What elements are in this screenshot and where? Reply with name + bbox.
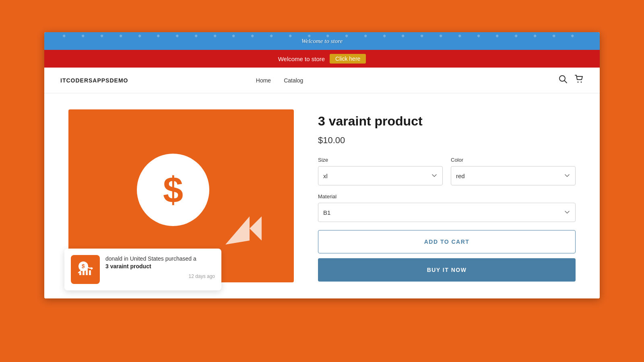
dollar-sign-icon: $ (163, 172, 183, 208)
svg-point-3 (580, 82, 582, 83)
snow-banner-text: Welcome to store (301, 38, 343, 45)
search-icon[interactable] (559, 75, 568, 86)
color-group: Color red blue green black white (451, 157, 576, 185)
promo-bar-text: Welcome to store (278, 56, 325, 62)
navigation: ITCODERSAPPSDEMO Home Catalog (44, 68, 600, 93)
notif-icon-box: $ (71, 255, 100, 284)
sales-chart-icon: $ (77, 261, 94, 279)
material-label: Material (318, 193, 576, 200)
dollar-circle: $ (137, 154, 209, 226)
size-group: Size xl xs s m l xxl (318, 157, 443, 185)
product-title: 3 varaint product (318, 113, 576, 129)
svg-line-1 (564, 81, 567, 83)
svg-rect-9 (89, 270, 91, 275)
material-group: Material B1 B2 B3 (318, 193, 576, 222)
color-select[interactable]: red blue green black white (451, 166, 576, 185)
site-logo[interactable]: ITCODERSAPPSDEMO (60, 77, 128, 84)
notif-time: 12 days ago (105, 274, 215, 279)
add-to-cart-button[interactable]: ADD TO CART (318, 230, 576, 253)
notif-content: donald in United States purchased a 3 va… (105, 255, 215, 279)
size-select[interactable]: xl xs s m l xxl (318, 166, 443, 185)
material-select[interactable]: B1 B2 B3 (318, 203, 576, 222)
notification-popup: $ donald in United States pu (64, 249, 221, 290)
main-content: $ $ (44, 93, 600, 298)
product-image: $ $ (68, 109, 294, 282)
product-info: 3 varaint product $10.00 Size xl xs s m … (318, 109, 576, 282)
color-label: Color (451, 157, 576, 163)
browser-frame: Welcome to store Welcome to store Click … (44, 32, 600, 298)
notif-product-name: 3 varaint product (105, 263, 215, 269)
product-price: $10.00 (318, 135, 576, 146)
svg-rect-7 (83, 270, 85, 275)
nav-link-catalog[interactable]: Catalog (284, 77, 303, 84)
cart-icon[interactable] (575, 75, 584, 86)
promo-bar: Welcome to store Click here (44, 50, 600, 68)
buy-it-now-button[interactable]: BUY IT NOW (318, 258, 576, 282)
variants-row-top: Size xl xs s m l xxl Color red blue (318, 157, 576, 185)
notif-main-text: donald in United States purchased a (105, 255, 215, 263)
nav-links: Home Catalog (256, 77, 303, 84)
promo-bar-click-button[interactable]: Click here (330, 54, 366, 64)
svg-rect-8 (86, 268, 88, 275)
nav-icons (559, 75, 584, 86)
arrow-icon (217, 204, 270, 258)
nav-link-home[interactable]: Home (256, 77, 271, 84)
size-label: Size (318, 157, 443, 163)
svg-point-2 (577, 82, 578, 83)
snow-banner: Welcome to store (44, 32, 600, 50)
